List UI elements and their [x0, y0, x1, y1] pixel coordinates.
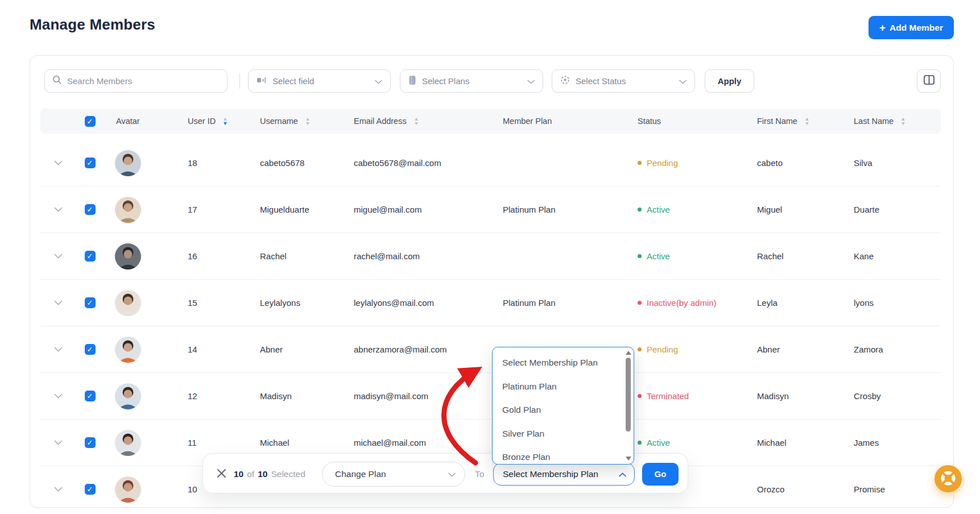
select-plans-label: Select Plans	[422, 76, 522, 86]
filter-divider	[239, 73, 240, 89]
column-header-member-plan: Member Plan	[493, 117, 627, 126]
row-checkbox[interactable]: ✓	[85, 297, 96, 308]
row-checkbox[interactable]: ✓	[85, 251, 96, 262]
row-expand-chevron-icon[interactable]	[54, 160, 63, 165]
cell-email: rachel@mail.com	[344, 251, 493, 261]
plan-option[interactable]: Gold Plan	[493, 398, 634, 422]
table-row: ✓ 18 cabeto5678 cabeto5678@mail.com Pend…	[40, 140, 941, 186]
to-label: To	[475, 454, 484, 494]
column-header-user-id[interactable]: User ID	[177, 117, 250, 126]
status-label: Inactive(by admin)	[647, 298, 717, 308]
scroll-down-icon[interactable]	[626, 457, 631, 461]
plan-option[interactable]: Silver Plan	[493, 422, 634, 446]
sort-icon[interactable]	[805, 118, 809, 125]
row-checkbox[interactable]: ✓	[85, 344, 96, 355]
row-expand-chevron-icon[interactable]	[54, 393, 63, 399]
column-label: Username	[260, 117, 298, 126]
add-member-button[interactable]: + Add Member	[869, 16, 954, 39]
avatar	[115, 430, 141, 456]
cell-first-name: Leyla	[747, 298, 843, 308]
dropdown-scrollbar[interactable]	[625, 350, 631, 462]
row-checkbox[interactable]: ✓	[85, 204, 96, 215]
bulk-plan-select[interactable]: Select Membership Plan	[493, 463, 635, 486]
cell-email: cabeto5678@mail.com	[344, 158, 493, 168]
column-label: Avatar	[116, 117, 140, 126]
row-checkbox[interactable]: ✓	[85, 437, 96, 448]
scrollbar-thumb[interactable]	[626, 358, 631, 432]
select-plans-dropdown[interactable]: Select Plans	[400, 69, 543, 93]
bulk-action-select-label: Change Plan	[335, 469, 448, 479]
row-expand-chevron-icon[interactable]	[54, 440, 63, 445]
status-icon	[560, 75, 570, 87]
cell-last-name: Zamora	[843, 345, 941, 354]
bulk-action-select[interactable]: Change Plan	[322, 462, 465, 487]
status-label: Pending	[647, 345, 678, 354]
status-dot	[638, 394, 642, 398]
column-label: First Name	[757, 117, 797, 126]
chevron-down-icon	[375, 76, 382, 86]
add-member-label: Add Member	[890, 23, 943, 33]
avatar	[115, 383, 141, 409]
selected-label: Selected	[271, 469, 305, 479]
columns-icon	[924, 75, 934, 87]
sort-icon[interactable]	[415, 118, 418, 125]
status-label: Pending	[647, 158, 678, 168]
cell-username: Leylalyons	[250, 298, 344, 308]
select-all-checkbox[interactable]: ✓	[85, 116, 96, 127]
avatar	[115, 290, 141, 316]
cell-first-name: Rachel	[747, 251, 843, 261]
sort-icon[interactable]	[902, 118, 905, 125]
avatar	[115, 243, 141, 270]
select-status-dropdown[interactable]: Select Status	[552, 69, 695, 93]
column-header-last-name[interactable]: Last Name	[843, 117, 941, 126]
search-input[interactable]	[67, 76, 227, 86]
row-expand-chevron-icon[interactable]	[54, 347, 63, 352]
sort-icon[interactable]	[306, 118, 309, 125]
table-header: ✓ AvatarUser IDUsernameEmail AddressMemb…	[40, 109, 941, 134]
row-checkbox[interactable]: ✓	[85, 484, 96, 495]
row-expand-chevron-icon[interactable]	[54, 207, 63, 212]
select-field-dropdown[interactable]: Select field	[248, 69, 391, 93]
status-dot	[638, 441, 642, 445]
row-expand-chevron-icon[interactable]	[54, 300, 63, 305]
status-dot	[638, 347, 642, 351]
cell-first-name: Abner	[747, 345, 843, 354]
cell-status: Active	[627, 205, 747, 214]
table-body: ✓ 18 cabeto5678 cabeto5678@mail.com Pend…	[40, 140, 941, 507]
apply-button[interactable]: Apply	[705, 69, 754, 93]
cell-status: Active	[627, 438, 747, 447]
row-expand-chevron-icon[interactable]	[54, 254, 63, 259]
cell-last-name: Silva	[843, 158, 941, 168]
column-visibility-button[interactable]	[917, 69, 941, 93]
cell-email: madisyn@mail.com	[344, 391, 493, 401]
close-icon[interactable]	[217, 469, 226, 478]
plan-option[interactable]: Select Membership Plan	[493, 351, 634, 375]
plan-option[interactable]: Bronze Plan	[493, 445, 634, 465]
cell-status: Pending	[627, 345, 747, 354]
row-checkbox[interactable]: ✓	[85, 157, 96, 168]
cell-user-id: 18	[177, 158, 250, 168]
status-dot	[638, 161, 642, 165]
cell-user-id: 14	[177, 345, 250, 354]
sort-icon[interactable]	[224, 118, 227, 125]
column-label: Last Name	[854, 117, 894, 126]
cell-username: Miguelduarte	[250, 205, 344, 214]
column-header-first-name[interactable]: First Name	[747, 117, 843, 126]
cell-status: Pending	[627, 158, 747, 168]
plan-option[interactable]: Platinum Plan	[493, 375, 634, 399]
column-header-username[interactable]: Username	[250, 117, 344, 126]
scroll-up-icon[interactable]	[626, 351, 631, 355]
cell-member-plan: Platinum Plan	[493, 298, 627, 308]
cell-email: leylalyons@mail.com	[344, 298, 493, 308]
help-float-button[interactable]	[934, 465, 962, 492]
row-checkbox[interactable]: ✓	[85, 391, 96, 401]
status-dot	[638, 301, 642, 305]
column-header-email-address[interactable]: Email Address	[344, 117, 493, 126]
cell-user-id: 11	[177, 438, 250, 447]
total-count: 10	[258, 469, 267, 479]
cell-username: Rachel	[250, 251, 344, 261]
chevron-down-icon	[527, 76, 535, 86]
go-button[interactable]: Go	[642, 463, 679, 486]
field-icon	[257, 76, 267, 86]
row-expand-chevron-icon[interactable]	[54, 487, 63, 492]
